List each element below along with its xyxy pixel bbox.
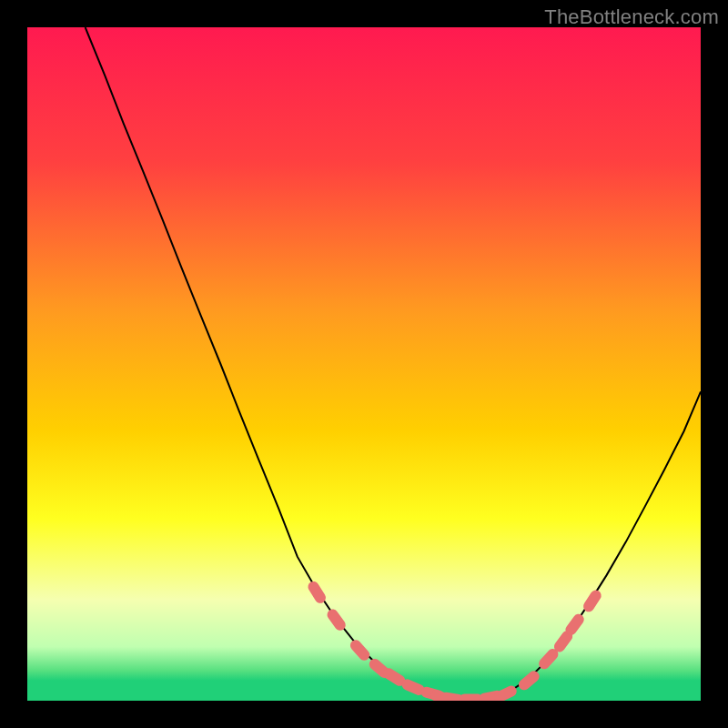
outer-border xyxy=(701,0,728,728)
chart-container: TheBottleneck.com xyxy=(0,0,728,728)
watermark-text: TheBottleneck.com xyxy=(544,5,719,29)
bottleneck-curve-chart xyxy=(0,0,728,728)
outer-border xyxy=(0,701,728,728)
outer-border xyxy=(0,0,27,728)
gradient-background xyxy=(27,27,701,701)
